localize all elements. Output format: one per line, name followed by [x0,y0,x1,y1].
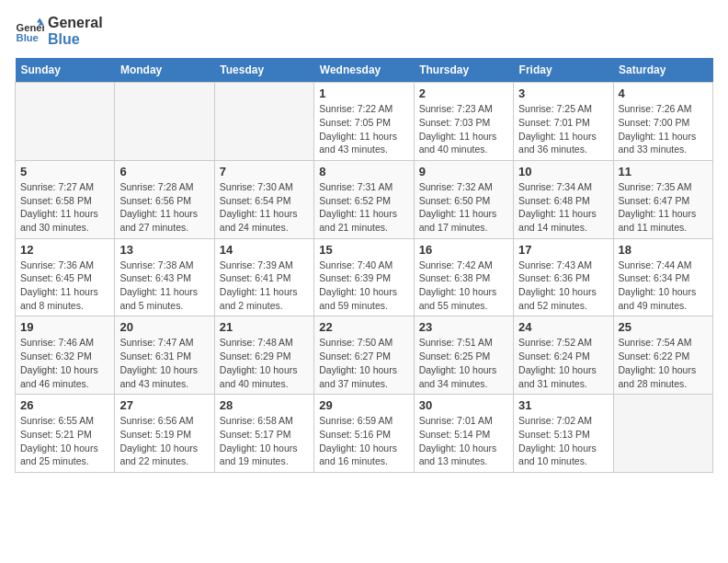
day-info: Sunrise: 7:40 AM Sunset: 6:39 PM Dayligh… [319,259,408,313]
day-info: Sunrise: 7:27 AM Sunset: 6:58 PM Dayligh… [20,180,109,235]
svg-text:Blue: Blue [17,32,39,43]
calendar-cell [115,83,214,161]
day-number: 9 [419,165,508,178]
calendar-cell: 27Sunrise: 6:56 AM Sunset: 5:19 PM Dayli… [115,395,214,473]
calendar-week-3: 12Sunrise: 7:36 AM Sunset: 6:45 PM Dayli… [16,238,713,316]
calendar-cell: 18Sunrise: 7:44 AM Sunset: 6:34 PM Dayli… [613,238,712,316]
calendar-cell: 12Sunrise: 7:36 AM Sunset: 6:45 PM Dayli… [16,238,115,316]
calendar-cell: 5Sunrise: 7:27 AM Sunset: 6:58 PM Daylig… [16,160,115,238]
day-info: Sunrise: 6:58 AM Sunset: 5:17 PM Dayligh… [220,414,309,468]
calendar-week-5: 26Sunrise: 6:55 AM Sunset: 5:21 PM Dayli… [16,395,713,473]
day-number: 31 [518,398,608,412]
calendar-cell: 16Sunrise: 7:42 AM Sunset: 6:38 PM Dayli… [414,238,513,316]
calendar-body: 1Sunrise: 7:22 AM Sunset: 7:05 PM Daylig… [16,83,713,473]
day-info: Sunrise: 7:50 AM Sunset: 6:27 PM Dayligh… [319,336,408,390]
logo-blue: Blue [48,31,103,48]
day-info: Sunrise: 6:55 AM Sunset: 5:21 PM Dayligh… [20,414,109,468]
day-number: 12 [20,243,109,257]
day-number: 11 [619,165,708,178]
weekday-header-sunday: Sunday [16,58,115,83]
calendar-week-4: 19Sunrise: 7:46 AM Sunset: 6:32 PM Dayli… [16,316,713,395]
weekday-header-tuesday: Tuesday [214,58,313,83]
day-info: Sunrise: 7:48 AM Sunset: 6:29 PM Dayligh… [220,336,309,390]
day-info: Sunrise: 7:39 AM Sunset: 6:41 PM Dayligh… [220,259,309,313]
calendar-cell: 28Sunrise: 6:58 AM Sunset: 5:17 PM Dayli… [214,395,313,473]
calendar-cell [16,83,115,161]
calendar-cell: 6Sunrise: 7:28 AM Sunset: 6:56 PM Daylig… [115,160,214,238]
calendar-cell: 2Sunrise: 7:23 AM Sunset: 7:03 PM Daylig… [414,83,513,161]
calendar-cell: 24Sunrise: 7:52 AM Sunset: 6:24 PM Dayli… [514,316,613,395]
day-number: 27 [119,398,209,412]
day-info: Sunrise: 7:51 AM Sunset: 6:25 PM Dayligh… [419,336,508,390]
day-info: Sunrise: 7:54 AM Sunset: 6:22 PM Dayligh… [619,336,708,390]
day-number: 10 [518,165,608,178]
calendar-cell: 1Sunrise: 7:22 AM Sunset: 7:05 PM Daylig… [314,83,414,161]
day-number: 3 [518,86,608,100]
calendar-cell: 17Sunrise: 7:43 AM Sunset: 6:36 PM Dayli… [514,238,613,316]
logo: General Blue General Blue [15,15,103,47]
day-info: Sunrise: 7:31 AM Sunset: 6:52 PM Dayligh… [319,180,408,235]
day-number: 16 [419,243,508,257]
calendar-cell [214,83,313,161]
weekday-header-monday: Monday [115,58,214,83]
calendar-cell: 3Sunrise: 7:25 AM Sunset: 7:01 PM Daylig… [514,83,613,161]
day-info: Sunrise: 7:35 AM Sunset: 6:47 PM Dayligh… [619,180,708,235]
day-info: Sunrise: 7:38 AM Sunset: 6:43 PM Dayligh… [119,259,209,313]
day-info: Sunrise: 7:42 AM Sunset: 6:38 PM Dayligh… [419,259,508,313]
day-number: 1 [319,86,408,100]
calendar-cell: 8Sunrise: 7:31 AM Sunset: 6:52 PM Daylig… [314,160,414,238]
calendar-cell: 4Sunrise: 7:26 AM Sunset: 7:00 PM Daylig… [613,83,712,161]
calendar-cell: 25Sunrise: 7:54 AM Sunset: 6:22 PM Dayli… [613,316,712,395]
calendar-cell: 20Sunrise: 7:47 AM Sunset: 6:31 PM Dayli… [115,316,214,395]
day-number: 7 [220,165,309,178]
calendar-week-1: 1Sunrise: 7:22 AM Sunset: 7:05 PM Daylig… [16,83,713,161]
day-number: 6 [119,165,209,178]
calendar-cell: 21Sunrise: 7:48 AM Sunset: 6:29 PM Dayli… [214,316,313,395]
calendar-header: SundayMondayTuesdayWednesdayThursdayFrid… [16,58,713,83]
day-info: Sunrise: 7:26 AM Sunset: 7:00 PM Dayligh… [619,102,708,156]
day-info: Sunrise: 7:52 AM Sunset: 6:24 PM Dayligh… [518,336,608,390]
calendar-cell: 9Sunrise: 7:32 AM Sunset: 6:50 PM Daylig… [414,160,513,238]
day-number: 13 [119,243,209,257]
calendar-cell: 22Sunrise: 7:50 AM Sunset: 6:27 PM Dayli… [314,316,414,395]
day-number: 23 [419,320,508,334]
calendar-cell: 10Sunrise: 7:34 AM Sunset: 6:48 PM Dayli… [514,160,613,238]
day-number: 2 [419,86,508,100]
calendar-cell: 23Sunrise: 7:51 AM Sunset: 6:25 PM Dayli… [414,316,513,395]
day-number: 25 [619,320,708,334]
calendar-cell: 15Sunrise: 7:40 AM Sunset: 6:39 PM Dayli… [314,238,414,316]
calendar-cell: 7Sunrise: 7:30 AM Sunset: 6:54 PM Daylig… [214,160,313,238]
calendar-cell: 31Sunrise: 7:02 AM Sunset: 5:13 PM Dayli… [514,395,613,473]
day-number: 22 [319,320,408,334]
calendar-cell [613,395,712,473]
day-number: 29 [319,398,408,412]
calendar-cell: 26Sunrise: 6:55 AM Sunset: 5:21 PM Dayli… [16,395,115,473]
day-info: Sunrise: 6:56 AM Sunset: 5:19 PM Dayligh… [119,414,209,468]
day-info: Sunrise: 7:25 AM Sunset: 7:01 PM Dayligh… [518,102,608,156]
day-info: Sunrise: 7:46 AM Sunset: 6:32 PM Dayligh… [20,336,109,390]
day-info: Sunrise: 7:43 AM Sunset: 6:36 PM Dayligh… [518,259,608,313]
day-info: Sunrise: 7:30 AM Sunset: 6:54 PM Dayligh… [220,180,309,235]
calendar-cell: 30Sunrise: 7:01 AM Sunset: 5:14 PM Dayli… [414,395,513,473]
page-header: General Blue General Blue [15,15,713,47]
day-info: Sunrise: 7:28 AM Sunset: 6:56 PM Dayligh… [119,180,209,235]
day-info: Sunrise: 7:47 AM Sunset: 6:31 PM Dayligh… [119,336,209,390]
calendar-cell: 13Sunrise: 7:38 AM Sunset: 6:43 PM Dayli… [115,238,214,316]
day-info: Sunrise: 7:44 AM Sunset: 6:34 PM Dayligh… [619,259,708,313]
day-number: 18 [619,243,708,257]
svg-marker-2 [37,17,42,22]
calendar-cell: 29Sunrise: 6:59 AM Sunset: 5:16 PM Dayli… [314,395,414,473]
day-info: Sunrise: 7:22 AM Sunset: 7:05 PM Dayligh… [319,102,408,156]
weekday-header-friday: Friday [514,58,613,83]
day-number: 20 [119,320,209,334]
day-number: 30 [419,398,508,412]
day-info: Sunrise: 7:23 AM Sunset: 7:03 PM Dayligh… [419,102,508,156]
day-info: Sunrise: 7:36 AM Sunset: 6:45 PM Dayligh… [20,259,109,313]
weekday-header-row: SundayMondayTuesdayWednesdayThursdayFrid… [16,58,713,83]
calendar-cell: 14Sunrise: 7:39 AM Sunset: 6:41 PM Dayli… [214,238,313,316]
day-info: Sunrise: 7:32 AM Sunset: 6:50 PM Dayligh… [419,180,508,235]
weekday-header-thursday: Thursday [414,58,513,83]
day-number: 19 [20,320,109,334]
day-info: Sunrise: 6:59 AM Sunset: 5:16 PM Dayligh… [319,414,408,468]
day-number: 28 [220,398,309,412]
